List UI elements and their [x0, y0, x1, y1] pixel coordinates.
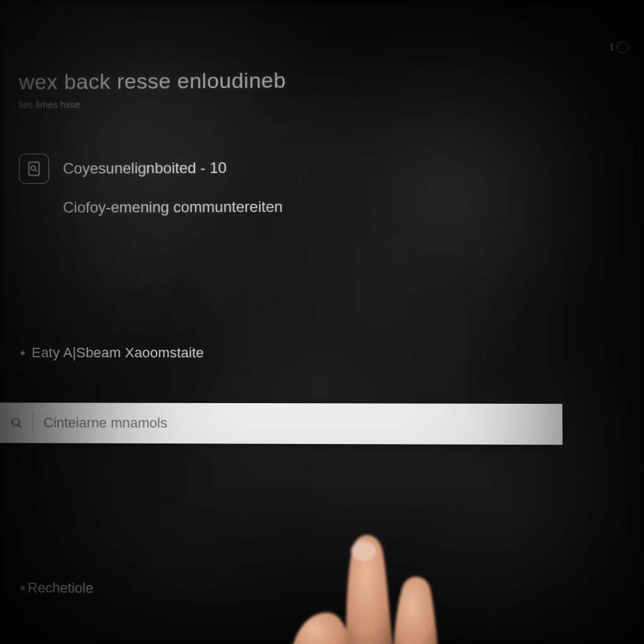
svg-point-3: [13, 419, 19, 426]
svg-rect-0: [29, 162, 39, 175]
footer-link-text: Rechetiole: [28, 580, 94, 596]
page-title: wex back resse enloudineb: [19, 66, 614, 94]
spacer-icon: [19, 192, 49, 223]
document-search-icon: [19, 153, 49, 184]
list-item[interactable]: Ciofoy-emening communtereiten: [19, 191, 616, 223]
prompt-text: Eaty A|Sbeam Xaoomstaite: [31, 345, 204, 360]
corner-indicator: t: [610, 40, 628, 53]
corner-label: t: [610, 40, 614, 53]
page-subtitle: lies limes hsse: [19, 96, 614, 110]
svg-line-2: [35, 170, 36, 172]
svg-line-4: [18, 425, 21, 427]
corner-circle-icon: [616, 42, 628, 53]
list-item[interactable]: Coyesunelignboited - 10: [19, 151, 615, 184]
list-item-subtitle: Ciofoy-emening communtereiten: [63, 198, 282, 216]
prompt-line: ٭ Eaty A|Sbeam Xaoomstaite: [19, 345, 204, 361]
list-item-title: Coyesunelignboited - 10: [63, 159, 226, 177]
bullet-icon: ٭: [19, 345, 25, 361]
search-icon: [0, 416, 33, 430]
search-input[interactable]: [33, 414, 562, 433]
svg-point-1: [31, 166, 35, 170]
bullet-icon: ٭: [19, 580, 25, 596]
footer-link[interactable]: ٭Rechetiole: [19, 580, 94, 597]
search-bar[interactable]: [0, 402, 563, 445]
